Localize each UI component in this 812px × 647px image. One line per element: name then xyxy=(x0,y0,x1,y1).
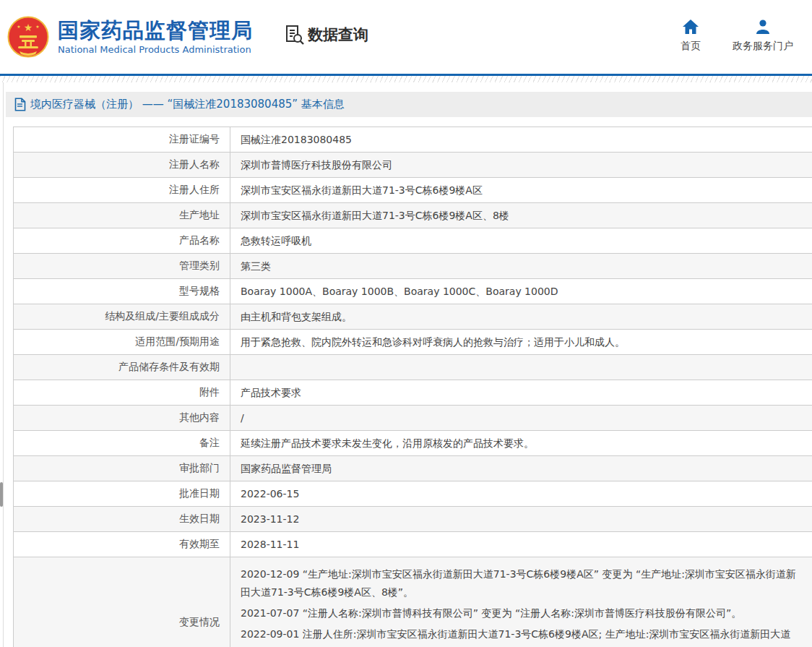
site-title-en: National Medical Products Administration xyxy=(58,44,253,55)
change-record-line: 2020-12-09 “生产地址:深圳市宝安区福永街道新田大道71-3号C栋6楼… xyxy=(241,565,802,601)
field-label: 产品储存条件及有效期 xyxy=(14,355,230,380)
table-row: 产品名称急救转运呼吸机 xyxy=(14,228,812,254)
field-label: 型号规格 xyxy=(14,279,230,304)
field-label: 备注 xyxy=(14,431,230,456)
table-row: 变更情况2020-12-09 “生产地址:深圳市宝安区福永街道新田大道71-3号… xyxy=(14,557,812,647)
breadcrumb: 境内医疗器械（注册） —— “国械注准20183080485” 基本信息 xyxy=(6,92,812,117)
field-value: 产品技术要求 xyxy=(230,380,812,406)
main-content: 境内医疗器械（注册） —— “国械注准20183080485” 基本信息 注册证… xyxy=(0,82,812,647)
table-row: 注册人住所深圳市宝安区福永街道新田大道71-3号C栋6楼9楼A区 xyxy=(14,178,812,203)
field-value: 第三类 xyxy=(230,254,812,279)
field-label: 审批部门 xyxy=(14,456,230,481)
data-query-label: 数据查询 xyxy=(308,25,368,45)
change-record-line: 2022-09-01 注册人住所:深圳市宝安区福永街道新田大道71-3号C栋6楼… xyxy=(241,625,802,647)
nav-label-portal: 政务服务门户 xyxy=(733,40,793,53)
table-row: 审批部门国家药品监督管理局 xyxy=(14,456,812,481)
field-value: 深圳市宝安区福永街道新田大道71-3号C栋6楼9楼A区、8楼 xyxy=(230,203,812,228)
national-emblem-icon: ★ ★ ★ xyxy=(7,16,49,58)
table-row: 型号规格Boaray 1000A、Boaray 1000B、Boaray 100… xyxy=(14,279,812,304)
table-row: 结构及组成/主要组成成分由主机和背包支架组成。 xyxy=(14,304,812,330)
field-label: 注册人住所 xyxy=(14,178,230,203)
field-label: 有效期至 xyxy=(14,532,230,557)
field-label: 结构及组成/主要组成成分 xyxy=(14,304,230,330)
field-label: 附件 xyxy=(14,380,230,406)
breadcrumb-text: 境内医疗器械（注册） —— “国械注准20183080485” 基本信息 xyxy=(30,98,345,111)
field-value: 深圳市宝安区福永街道新田大道71-3号C栋6楼9楼A区 xyxy=(230,178,812,203)
table-row: 有效期至2028-11-11 xyxy=(14,532,812,557)
table-row: 管理类别第三类 xyxy=(14,254,812,279)
field-value: 2028-11-11 xyxy=(230,532,812,557)
change-record-line: 2021-07-07 “注册人名称:深圳市普博科技有限公司” 变更为 “注册人名… xyxy=(241,604,802,622)
nav-label-home: 首页 xyxy=(681,40,701,53)
field-value: / xyxy=(230,406,812,431)
field-value: 急救转运呼吸机 xyxy=(230,228,812,254)
svg-text:★: ★ xyxy=(35,24,39,29)
nav-item-home[interactable]: 首页 xyxy=(681,19,701,53)
nav-item-portal[interactable]: 政务服务门户 xyxy=(733,19,793,53)
table-row: 批准日期2022-06-15 xyxy=(14,481,812,507)
table-row: 附件产品技术要求 xyxy=(14,380,812,406)
top-nav: 首页 政务服务门户 xyxy=(681,19,812,53)
field-value xyxy=(230,355,812,380)
field-label: 其他内容 xyxy=(14,406,230,431)
registration-info-table: 注册证编号国械注准20183080485注册人名称深圳市普博医疗科技股份有限公司… xyxy=(13,127,812,647)
document-icon xyxy=(14,98,26,111)
site-title-cn: 国家药品监督管理局 xyxy=(58,19,253,42)
field-label: 注册人名称 xyxy=(14,153,230,178)
field-value: 用于紧急抢救、院内院外转运和急诊科对呼衰病人的抢救与治疗；适用于小儿和成人。 xyxy=(230,330,812,355)
field-label: 变更情况 xyxy=(14,557,230,647)
svg-text:★: ★ xyxy=(17,24,20,29)
table-row: 生效日期2023-11-12 xyxy=(14,507,812,532)
field-label: 生效日期 xyxy=(14,507,230,532)
document-search-icon xyxy=(283,24,305,46)
field-label: 生产地址 xyxy=(14,203,230,228)
home-icon xyxy=(682,19,699,35)
table-row: 注册人名称深圳市普博医疗科技股份有限公司 xyxy=(14,153,812,178)
field-value: 2022-06-15 xyxy=(230,481,812,507)
content-left-border xyxy=(3,82,4,647)
field-value: 国械注准20183080485 xyxy=(230,127,812,153)
field-value: 深圳市普博医疗科技股份有限公司 xyxy=(230,153,812,178)
table-row: 适用范围/预期用途用于紧急抢救、院内院外转运和急诊科对呼衰病人的抢救与治疗；适用… xyxy=(14,330,812,355)
hatch-strip xyxy=(0,76,812,82)
field-label: 批准日期 xyxy=(14,481,230,507)
field-label: 管理类别 xyxy=(14,254,230,279)
field-label: 适用范围/预期用途 xyxy=(14,330,230,355)
field-value: 2023-11-12 xyxy=(230,507,812,532)
info-table-body: 注册证编号国械注准20183080485注册人名称深圳市普博医疗科技股份有限公司… xyxy=(14,127,812,647)
field-value: 延续注册产品技术要求未发生变化，沿用原核发的产品技术要求。 xyxy=(230,431,812,456)
table-row: 注册证编号国械注准20183080485 xyxy=(14,127,812,153)
field-value: 由主机和背包支架组成。 xyxy=(230,304,812,330)
field-value: 2020-12-09 “生产地址:深圳市宝安区福永街道新田大道71-3号C栋6楼… xyxy=(230,557,812,647)
table-row: 备注延续注册产品技术要求未发生变化，沿用原核发的产品技术要求。 xyxy=(14,431,812,456)
table-row: 生产地址深圳市宝安区福永街道新田大道71-3号C栋6楼9楼A区、8楼 xyxy=(14,203,812,228)
user-icon xyxy=(754,19,772,35)
field-value: Boaray 1000A、Boaray 1000B、Boaray 1000C、B… xyxy=(230,279,812,304)
page-header: ★ ★ ★ 国家药品监督管理局 National Medical Product… xyxy=(0,0,812,74)
field-value: 国家药品监督管理局 xyxy=(230,456,812,481)
field-label: 产品名称 xyxy=(14,228,230,254)
table-row: 产品储存条件及有效期 xyxy=(14,355,812,380)
scrollbar-thumb[interactable] xyxy=(0,482,3,507)
site-logo[interactable]: ★ ★ ★ 国家药品监督管理局 National Medical Product… xyxy=(7,16,253,58)
table-row: 其他内容/ xyxy=(14,406,812,431)
data-query-section[interactable]: 数据查询 xyxy=(283,24,368,46)
svg-text:★: ★ xyxy=(24,22,33,33)
field-label: 注册证编号 xyxy=(14,127,230,153)
